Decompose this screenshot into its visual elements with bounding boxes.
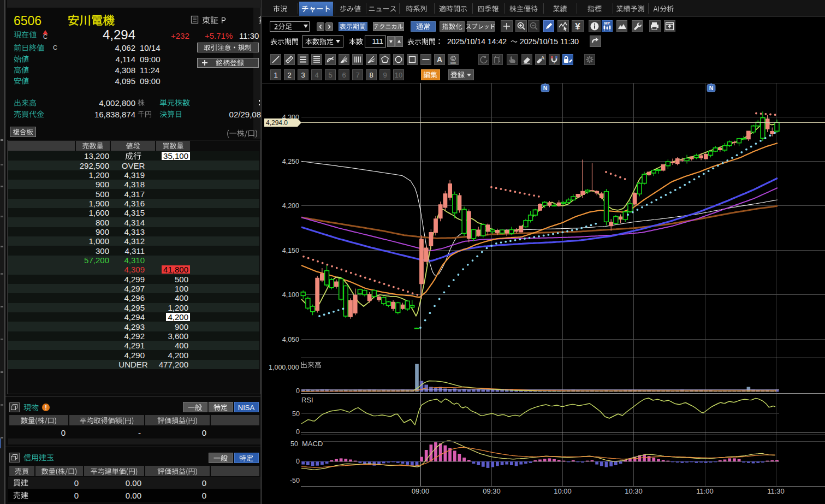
svg-text:-50: -50 <box>290 477 300 484</box>
svg-text:1,000,000: 1,000,000 <box>269 364 299 371</box>
svg-text:10:30: 10:30 <box>625 487 643 495</box>
svg-text:50: 50 <box>292 410 300 418</box>
svg-text:4,150: 4,150 <box>282 247 299 254</box>
svg-text:icon: icon <box>450 61 456 64</box>
svg-text:MY: MY <box>604 21 610 26</box>
svg-text:09:00: 09:00 <box>412 487 430 495</box>
svg-text:0: 0 <box>296 387 300 395</box>
svg-text:4,100: 4,100 <box>282 291 299 299</box>
svg-text:MACD: MACD <box>302 440 323 448</box>
svg-text:50: 50 <box>290 440 298 448</box>
svg-text:N: N <box>543 85 548 91</box>
svg-text:N: N <box>709 85 714 91</box>
svg-text:4,294.0: 4,294.0 <box>266 119 288 127</box>
svg-text:?: ? <box>553 60 556 65</box>
svg-text:0: 0 <box>296 458 300 465</box>
svg-text:¥: ¥ <box>575 21 580 32</box>
svg-text:A: A <box>541 55 545 61</box>
svg-text:4,250: 4,250 <box>282 158 299 165</box>
svg-text:11:30: 11:30 <box>767 487 785 495</box>
svg-text:RSI: RSI <box>301 396 313 404</box>
svg-text:09:30: 09:30 <box>483 487 501 495</box>
svg-text:0: 0 <box>296 428 300 436</box>
svg-text:A: A <box>437 55 442 64</box>
svg-text:11:00: 11:00 <box>696 487 714 495</box>
svg-text:4,050: 4,050 <box>282 336 299 343</box>
svg-text:4,200: 4,200 <box>282 202 299 210</box>
svg-text:10:00: 10:00 <box>554 487 572 495</box>
